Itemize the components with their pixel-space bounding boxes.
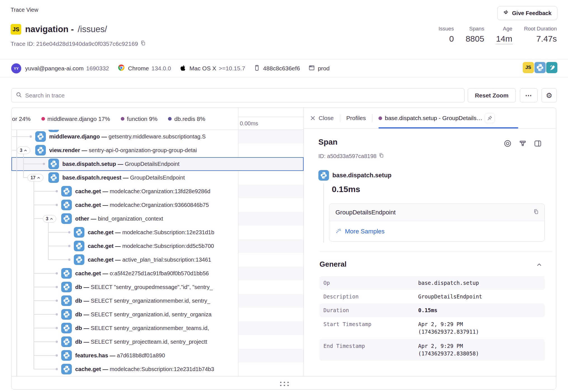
span-row-features.has[interactable]: features.has — a7d618b8df01a890	[11, 349, 304, 362]
span-sample-card: GroupDetailsEndpoint More Samples	[329, 204, 545, 242]
drag-handle[interactable]	[278, 380, 289, 386]
stat-issues: Issues0	[439, 26, 454, 44]
reset-zoom-button[interactable]: Reset Zoom	[468, 88, 516, 102]
legend-item-middleware-django[interactable]: middleware.django 17%	[41, 116, 110, 122]
collapse-count-badge[interactable]: 17	[27, 174, 43, 181]
span-row-label: base.dispatch.setup — GroupDetailsEndpoi…	[62, 157, 236, 171]
python-icon	[48, 172, 59, 183]
tree-connector-dot	[56, 341, 58, 343]
legend-color-dot	[168, 117, 172, 121]
python-icon	[61, 186, 72, 197]
megaphone-icon	[503, 9, 509, 17]
span-row-cache.get[interactable]: cache.get — modelcache:Organization:13fd…	[11, 185, 304, 198]
span-duration-cell	[238, 267, 304, 280]
attribute-value: base.dispatch.setup	[418, 276, 479, 290]
span-details-body: Span ID: a50d33a597ca8198	[304, 129, 556, 376]
device-id: 488c8c636ef6	[263, 65, 300, 72]
stat-label: Root Duration	[524, 26, 557, 32]
span-row-view.render[interactable]: 3view.render — sentry-api-0-organization…	[11, 144, 304, 157]
give-feedback-button[interactable]: Give Feedback	[497, 6, 557, 20]
tab-profiles[interactable]: Profiles	[346, 115, 366, 121]
more-samples-link[interactable]: More Samples	[345, 228, 385, 235]
span-detail-panel: Close Profiles base.dispatch.setup - Gro…	[304, 108, 556, 376]
attribute-key: End Timestamp	[323, 339, 365, 350]
tree-connector-dot	[68, 245, 70, 247]
tree-connector-dot	[56, 354, 58, 357]
collapse-count-badge[interactable]: 3	[17, 147, 30, 154]
tree-connector-dot	[56, 286, 58, 288]
tree-connector-line	[12, 136, 31, 137]
trace-title: JS navigation - /issues/	[11, 24, 107, 35]
tab-separator	[372, 114, 372, 122]
python-icon	[61, 336, 72, 347]
close-tab-button[interactable]: Close	[310, 115, 334, 121]
span-row-label: base.dispatch.request — GroupDetailsEndp…	[62, 171, 236, 185]
span-row-base.dispatch.setup[interactable]: base.dispatch.setup — GroupDetailsEndpoi…	[11, 157, 304, 171]
stat-label: Age	[503, 26, 512, 32]
stat-age: Age14m	[496, 26, 512, 44]
legend-item-db-redis[interactable]: db.redis 8%	[168, 116, 205, 122]
pin-tab-button[interactable]	[485, 113, 495, 123]
span-duration-cell	[238, 239, 304, 253]
span-row-cache.get[interactable]: cache.get — o:a5f42e275d1ac91fba90f0b570…	[11, 267, 304, 280]
tree-connector-dot	[56, 204, 58, 206]
tab-span-active[interactable]: base.dispatch.setup - GroupDetails…	[378, 115, 482, 121]
stat-label: Issues	[439, 26, 454, 32]
tab-separator	[340, 114, 340, 122]
span-row-label: db — SELECT sentry_organization.id, sent…	[75, 308, 236, 321]
copy-icon[interactable]	[533, 209, 539, 216]
search-input[interactable]	[25, 92, 460, 99]
span-row-cache.get[interactable]: cache.get — active_plan_trial:subscripti…	[11, 253, 304, 267]
zoom-to-span-icon[interactable]	[518, 139, 527, 148]
span-row-db[interactable]: db — SELECT sentry_organizationmember_te…	[11, 321, 304, 335]
span-row-cache.get[interactable]: cache.get — modelcache:Organization:9366…	[11, 198, 304, 212]
split-panel-icon[interactable]	[533, 139, 543, 148]
span-row-base.dispatch.request[interactable]: 17base.dispatch.request — GroupDetailsEn…	[11, 171, 304, 185]
stat-value: 7.47s	[536, 34, 557, 44]
python-icon	[48, 159, 59, 169]
duration-column-divider	[238, 108, 238, 376]
tree-connector-dot	[56, 300, 58, 302]
focus-target-icon[interactable]	[503, 139, 512, 148]
tree-connector-line	[48, 259, 69, 260]
collapse-count-badge[interactable]: 3	[43, 215, 56, 223]
python-icon	[74, 241, 84, 251]
attribute-value: Apr 2, 9:29 PM(1743629372.838058)	[418, 339, 479, 357]
os-version: >=10.15.7	[219, 65, 245, 72]
python-icon	[61, 200, 72, 210]
span-row-db[interactable]: db — SELECT sentry_projectteam.id, sentr…	[11, 335, 304, 349]
span-row-cache.get[interactable]: cache.get — modelcache:Subscription:dd5c…	[11, 239, 304, 253]
span-row-other[interactable]: 3other — bind_organization_context	[11, 212, 304, 226]
span-row-label: cache.get — modelcache:Organization:9366…	[75, 198, 236, 212]
python-icon	[74, 254, 84, 265]
attribute-row-start-timestamp: Start TimestampApr 2, 9:29 PM(1743629372…	[320, 317, 545, 339]
span-duration-cell	[238, 308, 304, 321]
copy-icon[interactable]	[140, 40, 146, 47]
span-row-cache.get[interactable]: cache.get — modelcache:Subscription:12e2…	[11, 226, 304, 239]
legend-item-function[interactable]: function 9%	[121, 116, 158, 122]
browser-name: Chrome	[128, 65, 149, 72]
python-icon	[61, 295, 72, 306]
collapse-chevron-icon[interactable]	[536, 262, 543, 269]
span-row-label: cache.get — o:a5f42e275d1ac91fba90f0b570…	[75, 267, 236, 280]
stat-root-duration: Root Duration7.47s	[524, 26, 557, 44]
span-row-db[interactable]: db — SELECT sentry_organization.id, sent…	[11, 308, 304, 321]
settings-gear-button[interactable]: ⚙	[541, 88, 557, 102]
legend-color-dot	[41, 117, 45, 121]
span-row-label: cache.get — modelcache:Subscription:12e2…	[88, 226, 236, 239]
copy-icon[interactable]	[379, 153, 384, 159]
legend-item-or[interactable]: or 24%	[12, 116, 31, 122]
span-row-middleware.django[interactable]: middleware.django — getsentry.middleware…	[11, 130, 304, 144]
attribute-key: Description	[323, 290, 359, 303]
active-tab-underline	[378, 127, 518, 128]
tree-connector-dot	[56, 190, 58, 192]
detail-tabs: Close Profiles base.dispatch.setup - Gro…	[304, 108, 556, 129]
span-row-label: db — SELECT sentry_organizationmember_te…	[75, 321, 236, 335]
transaction-name: navigation -	[25, 24, 74, 34]
span-row-db[interactable]: db — SELECT "sentry_groupedmessage"."id"…	[11, 280, 304, 294]
span-row-db[interactable]: db — SELECT sentry_organizationmember.id…	[11, 294, 304, 308]
span-row-cache.get[interactable]: cache.get — modelcache:Subscription:12e2…	[11, 362, 304, 376]
more-options-button[interactable]: ⋯	[520, 88, 538, 102]
python-project-icon	[534, 62, 546, 73]
user-id: 1690332	[86, 65, 109, 72]
